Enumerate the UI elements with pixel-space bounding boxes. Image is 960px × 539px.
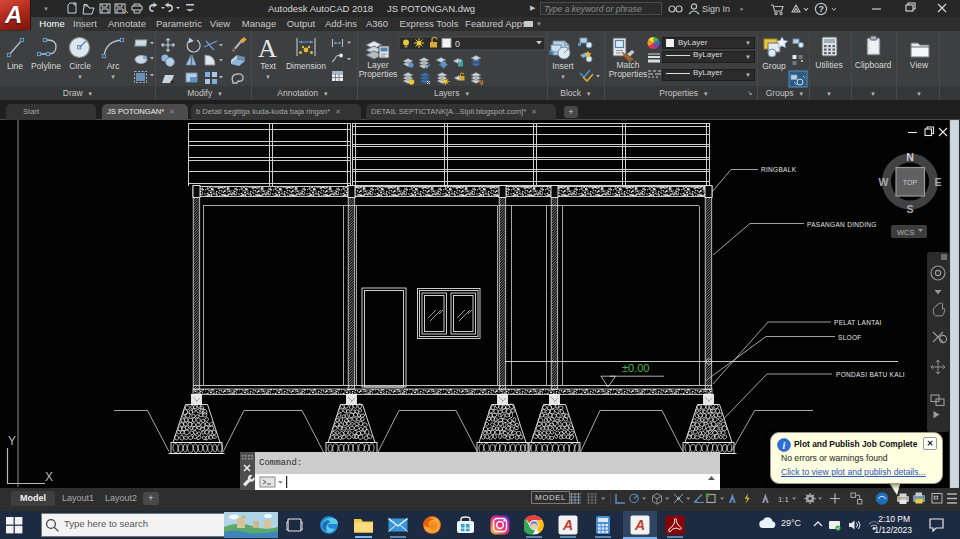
svg-text:TOP: TOP [903,179,918,186]
svg-text:PELAT LANTAI: PELAT LANTAI [834,319,882,326]
svg-text:?: ? [818,4,824,14]
svg-text:RINGBALK: RINGBALK [761,166,797,173]
svg-text:PONDASI BATU KALI: PONDASI BATU KALI [836,371,905,378]
svg-text:E: E [934,176,941,188]
svg-text:A: A [258,34,277,63]
svg-text:PASANGAN DINDING: PASANGAN DINDING [807,221,877,228]
svg-text:A: A [634,517,645,533]
svg-text:±0.00: ±0.00 [622,362,649,374]
svg-text:i: i [783,440,786,451]
svg-text:A: A [562,517,573,533]
svg-text:Sign In: Sign In [702,4,730,14]
svg-text:N: N [906,151,914,163]
svg-text:Y: Y [8,434,16,448]
svg-text:0: 0 [455,39,460,49]
svg-text:W: W [879,176,889,188]
svg-text:X: X [45,470,53,484]
svg-text:WCS: WCS [897,228,915,237]
svg-text:SLOOF: SLOOF [838,334,862,341]
svg-text:1:1: 1:1 [778,495,789,504]
svg-text:S: S [906,203,913,215]
